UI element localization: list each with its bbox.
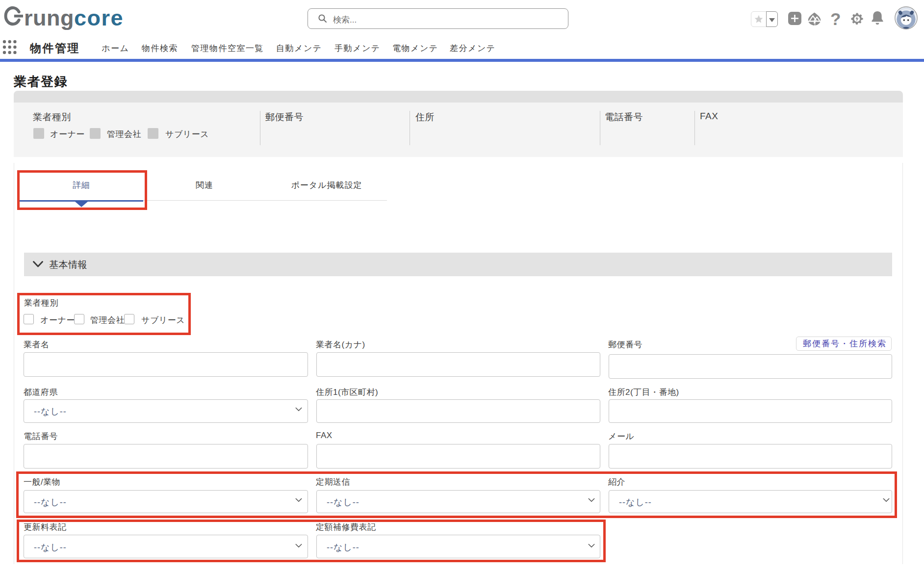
- svg-text:core: core: [74, 5, 124, 30]
- svg-text:rung: rung: [24, 5, 74, 30]
